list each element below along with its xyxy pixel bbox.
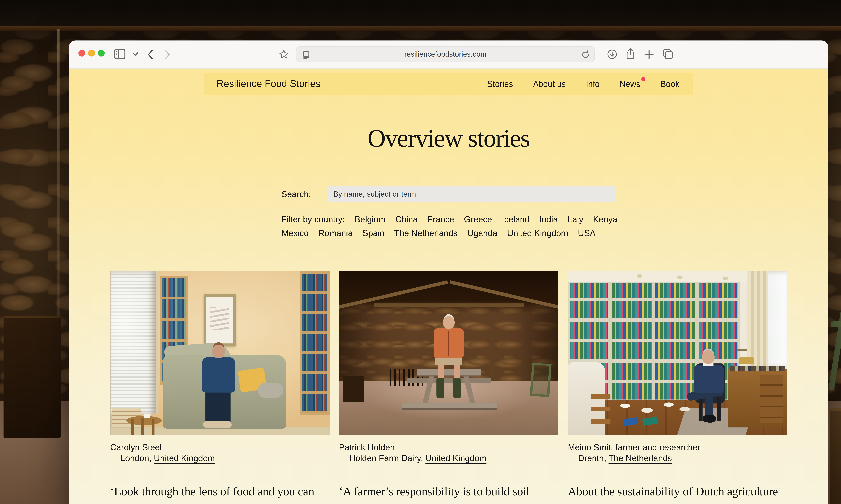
new-tab-icon[interactable] [644,50,654,59]
sidebar-icon[interactable] [114,49,126,59]
person-shin [705,395,713,418]
downloads-icon[interactable] [607,49,617,59]
search-input[interactable] [326,186,616,202]
armchair-wood-frame [591,394,610,431]
toolbar-divider [129,49,129,60]
filter-row-1: Filter by country: Belgium China France … [281,213,615,226]
nav-info[interactable]: Info [586,79,600,89]
location-city: London, [120,453,154,463]
barn-stool [829,408,841,504]
filter-romania[interactable]: Romania [319,226,353,240]
fleece-zip [448,331,449,356]
story-quote: ‘Look through the lens of food and you c… [110,482,329,504]
search-row: Search: [281,186,615,202]
nav-news[interactable]: News [620,79,640,89]
bookmark-star-icon[interactable] [278,49,289,59]
country-filters: Filter by country: Belgium China France … [281,213,615,240]
filter-france[interactable]: France [428,213,454,226]
site-logo[interactable]: Resilience Food Stories [217,78,321,90]
person-shoes [203,421,231,428]
story-photo-meino-smit[interactable] [568,271,787,435]
person-navy-sweater [694,364,723,393]
roof-tie-beam [373,303,524,307]
desk-drawers [759,375,782,423]
barn-roof-beam [0,26,841,32]
site-header: Resilience Food Stories Stories About us… [204,73,693,95]
share-icon[interactable] [625,48,636,60]
close-window-button[interactable] [79,50,85,57]
person-legs [205,390,230,424]
filter-the-netherlands[interactable]: The Netherlands [394,226,458,240]
story-grid: Carolyn Steel London, United Kingdom ‘Lo… [110,271,787,504]
story-location: London, United Kingdom [110,453,329,464]
gray-cushion [258,383,283,398]
person-leg-right [453,364,460,379]
web-page: Resilience Food Stories Stories About us… [69,69,828,504]
search-label: Search: [281,189,311,199]
filter-italy[interactable]: Italy [567,213,583,226]
filter-iceland[interactable]: Iceland [502,213,530,226]
tea-cup [143,414,150,418]
location-farm: Holden Farm Dairy, [349,453,425,463]
minimize-window-button[interactable] [88,50,95,57]
story-card-patrick-holden: Patrick Holden Holden Farm Dairy, United… [339,271,558,504]
person-head [212,345,225,358]
story-name[interactable]: Meino Smit, farmer and researcher [568,442,787,453]
filter-kenya[interactable]: Kenya [593,213,617,226]
filter-mexico[interactable]: Mexico [281,226,309,240]
nav-about-us[interactable]: About us [533,79,566,89]
filter-belgium[interactable]: Belgium [355,213,385,226]
zoom-window-button[interactable] [98,50,105,57]
filter-greece[interactable]: Greece [464,213,492,226]
filter-india[interactable]: India [539,213,558,226]
filter-uganda[interactable]: Uganda [467,226,497,240]
scattered-papers [614,401,694,416]
story-quote: About the sustainability of Dutch agricu… [568,482,787,502]
story-photo-patrick-holden[interactable] [339,271,558,435]
page-title: Overview stories [69,123,828,155]
wellington-boot-right [453,378,460,398]
refresh-icon[interactable] [581,50,590,59]
filter-spain[interactable]: Spain [362,226,384,240]
address-bar[interactable]: resiliencefoodstories.com [296,47,595,62]
location-city: Drenth, [578,453,608,463]
filter-row-2: Mexico Romania Spain The Netherlands Uga… [281,226,615,240]
location-country-link[interactable]: United Kingdom [425,453,486,463]
picnic-table-top [417,369,481,375]
url-text[interactable]: resiliencefoodstories.com [404,50,486,58]
story-name[interactable]: Carolyn Steel [110,442,329,453]
bookshelf-right [299,271,329,415]
person-blue-shirt [202,357,235,393]
forward-icon[interactable] [164,49,170,60]
story-card-meino-smit: Meino Smit, farmer and researcher Drenth… [568,271,787,504]
picnic-bench-rear [407,378,491,383]
green-chair [530,363,551,397]
chevron-down-icon[interactable] [132,52,138,57]
news-notification-dot [641,77,646,81]
story-location: Holden Farm Dairy, United Kingdom [339,453,558,464]
picture-sketch [210,307,229,330]
person-leg-left [437,364,444,379]
filter-united-kingdom[interactable]: United Kingdom [507,226,568,240]
filter-usa[interactable]: USA [578,226,596,240]
search-and-filters: Search: Filter by country: Belgium China… [281,186,615,240]
screenshot-stage: resiliencefoodstories.com Resilience Fo [0,0,841,504]
person-shoe [703,415,715,422]
barn-wooden-trunk [3,316,61,438]
tab-overview-icon[interactable] [662,49,673,60]
reader-view-icon[interactable] [302,51,310,59]
story-location: Drenth, The Netherlands [568,453,787,464]
location-country-link[interactable]: The Netherlands [608,453,672,463]
story-card-carolyn-steel: Carolyn Steel London, United Kingdom ‘Lo… [110,271,329,504]
nav-news-label: News [620,79,640,89]
story-name[interactable]: Patrick Holden [339,442,558,453]
back-icon[interactable] [147,49,153,60]
nav-stories[interactable]: Stories [487,79,513,89]
browser-window: resiliencefoodstories.com Resilience Fo [69,40,828,504]
location-country-link[interactable]: United Kingdom [154,453,215,463]
side-table-legs [141,418,144,435]
main-nav: Stories About us Info News Book [487,79,693,89]
filter-china[interactable]: China [395,213,418,226]
nav-book[interactable]: Book [660,79,679,89]
story-photo-carolyn-steel[interactable] [110,271,329,435]
